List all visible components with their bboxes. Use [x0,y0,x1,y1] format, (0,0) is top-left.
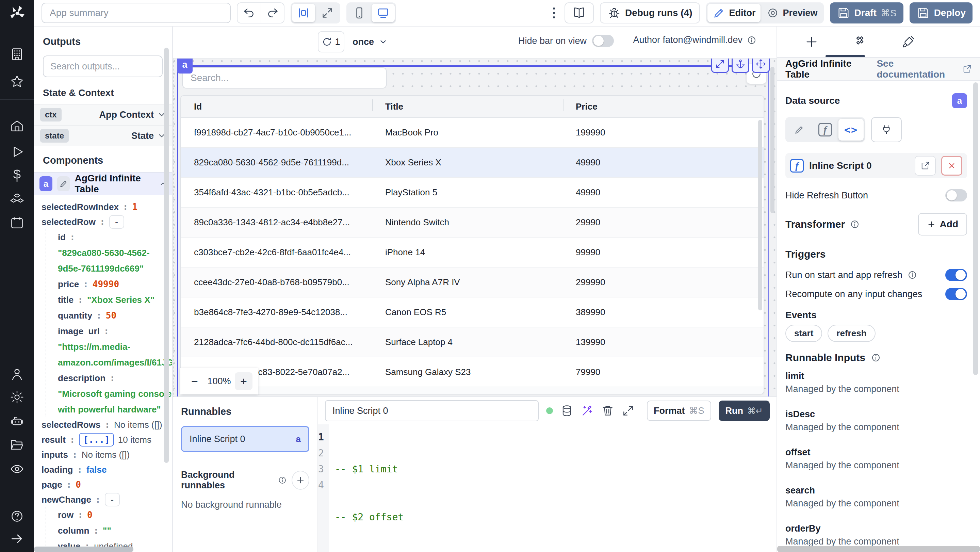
mobile-view-button[interactable] [348,4,371,22]
open-script-icon[interactable] [915,156,936,176]
debug-runs-button[interactable]: Debug runs (4) [600,2,700,24]
hide-refresh-toggle[interactable] [945,189,967,202]
move-component-icon[interactable] [752,58,770,73]
table-row[interactable]: f991898d-cb27-4ac7-b10c-0b9050ce1...MacB… [181,118,764,148]
tree-line[interactable]: price:49990 [58,276,169,292]
tree-line[interactable]: selectedRow:- [41,215,169,229]
column-header-title[interactable]: Title [372,102,563,112]
users-icon[interactable] [10,367,24,382]
recompute-toggle[interactable] [945,288,967,300]
add-transformer-button[interactable]: Add [918,213,967,235]
canvas-vertical-scrollbar[interactable] [770,67,775,213]
table-row[interactable]: c303bce7-cb2e-42c6-8fdf-6aa01fc4e4...iPh… [181,237,764,267]
tree-line[interactable]: selectedRows:No items ([]) [41,417,169,432]
fullscreen-component-icon[interactable] [711,58,729,73]
info-icon[interactable] [278,475,287,485]
tab-editor[interactable]: Editor [708,4,760,22]
zoom-in-button[interactable]: + [235,372,253,390]
remove-script-icon[interactable] [941,156,962,176]
tree-line[interactable]: id: [58,229,169,245]
table-row[interactable]: 2128adca-7fc6-44bd-800c-dc115df6ac...Sur… [181,328,764,357]
undo-button[interactable] [237,3,261,23]
resources-icon[interactable] [10,192,24,207]
info-icon[interactable] [871,353,881,363]
table-vertical-scrollbar[interactable] [758,120,762,310]
code-editor[interactable]: 1 2 3 4 -- $1 limit -- $2 offset -- $3 s… [318,425,776,552]
run-button[interactable]: Run⌘↵ [719,401,770,421]
event-start-chip[interactable]: start [785,325,822,342]
tree-line[interactable]: quantity:50 [58,308,169,323]
delete-script-icon[interactable] [601,404,614,417]
script-name-input[interactable] [325,400,539,421]
tree-line[interactable]: column:"" [58,523,169,538]
tree-line[interactable]: selectedRowIndex:1 [41,199,169,215]
ai-assistant-icon[interactable] [581,404,594,417]
component-header-row[interactable]: a AgGrid Infinite Table [34,172,172,195]
tree-line[interactable]: inputs:No items ([]) [41,447,169,462]
windmill-logo[interactable] [0,0,34,27]
workspace-icon[interactable] [10,47,24,62]
outputs-horizontal-scrollbar[interactable] [34,547,134,552]
collapse-node-button[interactable]: - [109,215,124,229]
tree-line[interactable]: loading:false [41,462,169,477]
state-row[interactable]: state State [34,125,172,146]
tree-line[interactable]: row:0 [58,507,169,523]
code-mode-icon[interactable]: <> [838,119,864,140]
inline-script-row[interactable]: f Inline Script 0 [785,153,967,178]
deploy-button[interactable]: Deploy [910,2,972,24]
column-header-id[interactable]: Id [181,102,372,112]
tree-line[interactable]: result:[...]10 items [41,432,169,447]
component-selection-tag[interactable]: a [177,58,192,73]
hide-bar-toggle[interactable] [592,35,614,47]
variables-icon[interactable] [10,168,24,183]
refresh-mode-select[interactable]: once [353,31,388,52]
favorites-icon[interactable] [10,74,24,89]
table-row[interactable]: 89c0a336-1343-4812-ac34-e4bb8e27...Ninte… [181,208,764,237]
table-row[interactable]: b3e864c8-7fe3-4270-89e9-54c12038...Canon… [181,297,764,328]
collapse-rail-icon[interactable] [10,531,24,546]
table-row[interactable]: ccee43dc-27e0-40a8-b768-b09579b0...Sony … [181,267,764,297]
folders-icon[interactable] [10,437,24,452]
format-button[interactable]: Format⌘S [647,401,711,421]
redo-button[interactable] [261,3,284,23]
app-summary-input[interactable] [41,3,231,23]
docs-button[interactable] [565,2,594,24]
tree-line[interactable]: title:"Xbox Series X" [58,292,169,308]
run-on-start-toggle[interactable] [945,269,967,281]
schedules-icon[interactable] [10,215,24,230]
app-canvas[interactable]: a Id Title Price f991898d-cb27-4ac7-b10c… [173,58,776,396]
expand-editor-icon[interactable] [622,404,635,417]
outputs-vertical-scrollbar[interactable] [164,48,169,463]
anchor-component-icon[interactable] [732,58,749,73]
add-background-runnable-button[interactable] [292,471,309,490]
help-icon[interactable] [10,509,24,524]
ctx-row[interactable]: ctx App Context [34,104,172,125]
see-documentation-link[interactable]: See documentation [877,58,972,80]
settings-vertical-scrollbar[interactable] [973,82,978,375]
connect-mode-icon[interactable] [871,117,902,142]
tree-line[interactable]: newChange:- [41,492,169,507]
settings-horizontal-scrollbar[interactable] [777,546,980,552]
tab-component-settings-icon[interactable] [852,34,868,50]
database-icon[interactable] [560,404,573,417]
table-row[interactable]: 4c83-8022-5e70a07a2...Samsung Galaxy S23… [181,357,764,387]
settings-icon[interactable] [10,390,24,405]
refresh-count-button[interactable]: 1 [318,31,344,52]
info-icon[interactable] [907,270,917,280]
info-icon[interactable] [850,219,860,229]
desktop-view-button[interactable] [372,4,395,22]
table-row[interactable]: 354f6afd-43ac-4321-b1bc-0b5e5adcb...Play… [181,178,764,208]
audit-logs-icon[interactable] [10,461,24,476]
search-outputs-input[interactable] [43,56,163,77]
draft-button[interactable]: Draft ⌘S [830,2,904,24]
zoom-out-button[interactable]: − [186,372,204,390]
expand-result-button[interactable]: [...] [79,433,114,447]
expand-layout-button[interactable] [316,4,339,22]
event-refresh-chip[interactable]: refresh [827,325,875,342]
tree-line[interactable]: image_url: [58,323,169,339]
tab-styling-icon[interactable] [900,34,916,50]
home-icon[interactable] [10,118,24,134]
runnable-item-inline-script-0[interactable]: Inline Script 0 a [181,426,309,452]
info-icon[interactable] [746,35,757,45]
more-menu-icon[interactable] [550,5,558,21]
